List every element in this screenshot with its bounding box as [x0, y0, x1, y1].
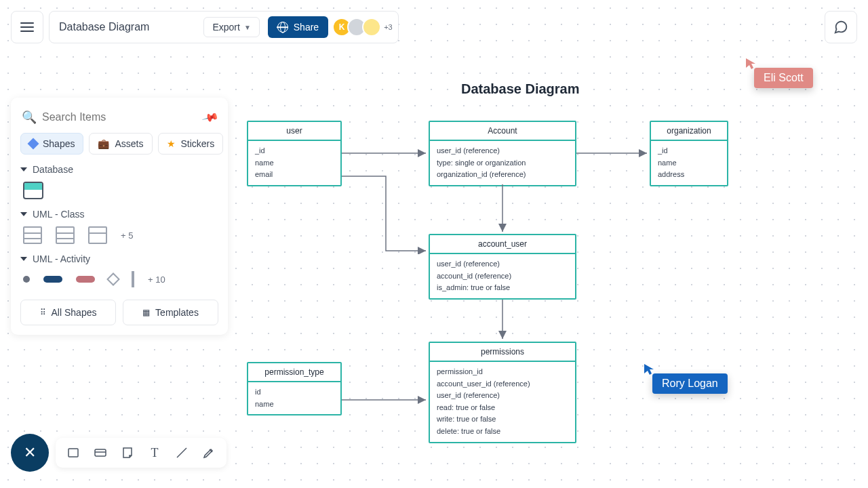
activity-bar-shape[interactable]	[132, 271, 134, 287]
chat-icon	[833, 20, 848, 35]
all-shapes-button[interactable]: ⠿ All Shapes	[20, 300, 116, 325]
card-tool[interactable]	[92, 445, 108, 461]
database-table-shape[interactable]	[23, 182, 43, 199]
templates-button[interactable]: ▦ Templates	[123, 300, 218, 325]
cursor-label-rory: Rory Logan	[652, 373, 728, 394]
note-tool[interactable]	[119, 445, 136, 461]
connector	[497, 300, 508, 343]
activity-action-shape[interactable]	[43, 276, 62, 283]
menu-button[interactable]	[11, 11, 43, 43]
document-title[interactable]: Database Diagram	[59, 21, 195, 33]
grid-icon: ⠿	[40, 308, 46, 317]
text-tool[interactable]: T	[146, 445, 163, 461]
export-button[interactable]: Export ▼	[203, 17, 259, 37]
close-icon: ✕	[24, 444, 36, 462]
activity-initial-shape[interactable]	[23, 276, 30, 283]
section-uml-activity[interactable]: UML - Activity	[20, 253, 218, 264]
share-button[interactable]: Share	[268, 16, 328, 38]
chevron-down-icon: ▼	[244, 24, 251, 31]
tool-tray: T	[56, 438, 226, 468]
template-icon: ▦	[142, 308, 150, 317]
activity-decision-shape[interactable]	[106, 272, 120, 286]
diamond-icon	[28, 138, 39, 150]
export-label: Export	[212, 22, 239, 33]
title-bar: Database Diagram Export ▼ Share K +3	[49, 11, 399, 43]
tab-assets[interactable]: 💼 Assets	[89, 133, 152, 155]
globe-icon	[277, 22, 288, 33]
search-icon: 🔍	[22, 110, 37, 125]
tab-stickers[interactable]: ★ Stickers	[158, 133, 224, 155]
line-tool[interactable]	[174, 445, 190, 461]
briefcase-icon: 💼	[98, 138, 109, 149]
activity-action-shape[interactable]	[76, 276, 95, 283]
uml-class-shape[interactable]	[56, 226, 75, 244]
highlighter-tool[interactable]	[201, 445, 217, 461]
share-label: Share	[294, 22, 319, 33]
caret-down-icon	[20, 257, 27, 261]
uml-class-shape[interactable]	[23, 226, 42, 244]
more-shapes-count[interactable]: + 5	[121, 230, 133, 241]
cursor-label-eli: Eli Scott	[754, 68, 813, 88]
caret-down-icon	[20, 167, 27, 171]
svg-line-3	[177, 448, 186, 458]
connector	[342, 148, 430, 159]
collaborator-avatars[interactable]: K +3	[336, 18, 393, 37]
svg-rect-0	[68, 449, 78, 457]
svg-rect-1	[95, 449, 106, 456]
connector	[497, 184, 508, 236]
avatar[interactable]	[362, 18, 381, 37]
caret-down-icon	[20, 212, 27, 216]
entity-user[interactable]: user _id name email	[247, 121, 342, 186]
entity-permission-type[interactable]: permission_type id name	[247, 362, 342, 415]
section-uml-class[interactable]: UML - Class	[20, 209, 218, 220]
tab-shapes[interactable]: Shapes	[20, 133, 83, 155]
shapes-sidebar: 🔍 📌 Shapes 💼 Assets ★ Stickers Database …	[11, 98, 228, 335]
entity-account-user[interactable]: account_user user_id (reference) account…	[429, 234, 576, 300]
hamburger-icon	[20, 22, 34, 32]
uml-class-shape[interactable]	[88, 226, 107, 244]
close-fab-button[interactable]: ✕	[11, 434, 49, 472]
pin-icon[interactable]: 📌	[201, 108, 220, 126]
rectangle-tool[interactable]	[65, 445, 81, 461]
connector	[576, 148, 651, 159]
entity-organization[interactable]: organization _id name address	[650, 121, 728, 186]
canvas-title: Database Diagram	[461, 81, 580, 97]
entity-account[interactable]: Account user_id (reference) type: single…	[429, 121, 576, 186]
entity-permissions[interactable]: permissions permission_id account_user_i…	[429, 342, 576, 443]
comments-button[interactable]	[825, 11, 857, 43]
star-icon: ★	[167, 138, 176, 149]
connector	[342, 173, 430, 254]
more-shapes-count[interactable]: + 10	[148, 274, 165, 285]
avatar-more-count[interactable]: +3	[384, 23, 393, 31]
section-database[interactable]: Database	[20, 164, 218, 175]
connector	[342, 394, 430, 405]
search-input[interactable]	[42, 111, 198, 123]
